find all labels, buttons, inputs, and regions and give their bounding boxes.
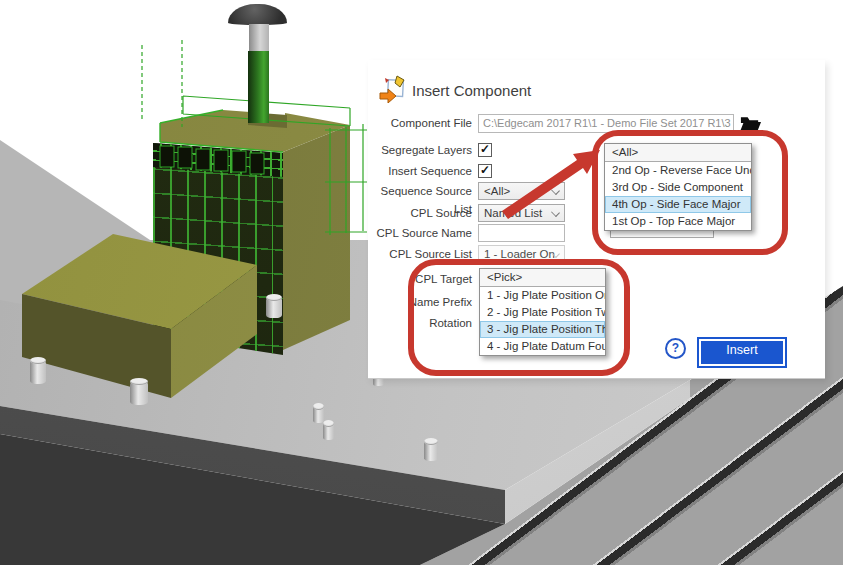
- name-prefix-label: Name Prefix: [368, 293, 472, 311]
- tool-shank: [249, 24, 269, 52]
- app-window: Insert Component Component File C:\Edgec…: [0, 0, 843, 565]
- check-icon: ✓: [479, 165, 491, 176]
- question-mark-icon: ?: [672, 341, 679, 355]
- rotation-label: Rotation: [368, 314, 472, 332]
- insert-button[interactable]: Insert: [697, 337, 787, 368]
- cpl-source-list-label: CPL Source List: [368, 245, 472, 263]
- dropdown-item[interactable]: 4 - Jig Plate Datum Four: [480, 338, 605, 355]
- cpl-source-name-label: CPL Source Name: [368, 224, 472, 242]
- component-file-value: C:\Edgecam 2017 R1\1 - Demo File Set 201…: [483, 117, 734, 129]
- dialog-title: Insert Component: [412, 82, 531, 99]
- chevron-down-icon: [551, 208, 560, 217]
- cpl-source-value: Named List: [484, 205, 542, 221]
- locating-pin: [130, 381, 148, 405]
- dropdown-item-selected[interactable]: 4th Op - Side Face Major: [605, 196, 751, 213]
- tool-holder: [228, 4, 287, 25]
- cpl-source-list-combo[interactable]: 1 - Loader On: [478, 245, 565, 263]
- chevron-down-icon: [551, 186, 560, 195]
- locating-pin: [323, 423, 334, 440]
- cpl-source-combo[interactable]: Named List: [478, 204, 565, 222]
- locating-pin: [313, 406, 324, 423]
- dropdown-item[interactable]: <Pick>: [480, 269, 605, 287]
- dropdown-item[interactable]: 3rd Op - Side Component: [605, 179, 751, 196]
- dropdown-item[interactable]: 1st Op - Top Face Major: [605, 213, 751, 230]
- sequence-source-dropdown[interactable]: <All> 2nd Op - Reverse Face Undersi 3rd …: [604, 143, 752, 231]
- cpl-source-name-input[interactable]: [478, 224, 565, 242]
- component-file-label: Component File: [368, 114, 472, 132]
- browse-folder-icon[interactable]: [739, 115, 762, 133]
- cpl-source-list-value: 1 - Loader On: [484, 246, 555, 262]
- locating-pin: [266, 297, 282, 318]
- help-button[interactable]: ?: [665, 338, 686, 359]
- cpl-source-label: CPL Source: [368, 204, 472, 222]
- segregate-layers-label: Segregate Layers: [368, 141, 472, 159]
- dropdown-item[interactable]: <All>: [605, 144, 751, 162]
- insert-sequence-label: Insert Sequence: [368, 162, 472, 180]
- insert-sequence-checkbox[interactable]: ✓: [478, 164, 492, 178]
- sequence-source-list-label: Sequence Source List: [368, 182, 472, 200]
- insert-component-dialog: Insert Component Component File C:\Edgec…: [368, 60, 825, 378]
- dropdown-item[interactable]: 2nd Op - Reverse Face Undersi: [605, 162, 751, 179]
- dropdown-item[interactable]: 1 - Jig Plate Position One: [480, 287, 605, 304]
- insert-component-icon: [379, 74, 406, 103]
- component-file-input[interactable]: C:\Edgecam 2017 R1\1 - Demo File Set 201…: [478, 114, 734, 133]
- tool-cutter: [248, 51, 269, 123]
- cpl-target-label: CPL Target: [368, 270, 472, 288]
- segregate-layers-checkbox[interactable]: ✓: [478, 143, 492, 157]
- cpl-target-dropdown[interactable]: <Pick> 1 - Jig Plate Position One 2 - Ji…: [479, 268, 606, 356]
- locating-pin: [30, 360, 46, 384]
- sequence-source-list-combo[interactable]: <All>: [478, 182, 565, 200]
- sequence-source-list-value: <All>: [484, 183, 510, 199]
- check-icon: ✓: [479, 144, 491, 155]
- dropdown-item-selected[interactable]: 3 - Jig Plate Position Three: [480, 321, 605, 338]
- locating-pin: [424, 441, 438, 461]
- dropdown-item[interactable]: 2 - Jig Plate Position Two: [480, 304, 605, 321]
